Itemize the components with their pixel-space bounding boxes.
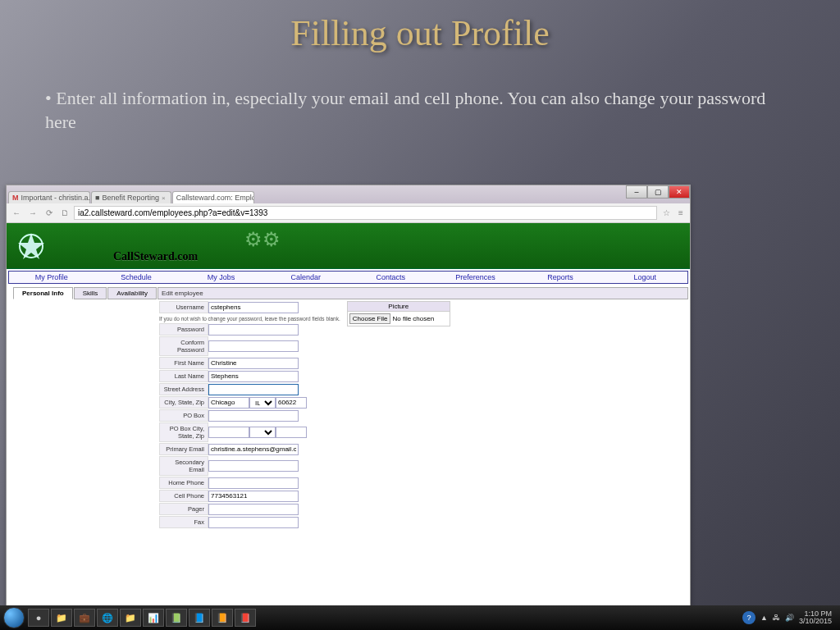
tray-expand-icon[interactable]: ▲ xyxy=(760,614,768,622)
password-hint: If you do not wish to change your passwo… xyxy=(159,314,340,323)
system-tray: ? ▲ 🖧 🔊 1:10 PM3/10/2015 xyxy=(742,610,837,625)
logo-star-icon xyxy=(15,230,48,262)
menu-contacts[interactable]: Contacts xyxy=(349,272,433,283)
star-icon[interactable]: ☆ xyxy=(660,208,672,217)
conform-password-label: Conform Password xyxy=(159,336,208,356)
slide-title: Filling out Profile xyxy=(0,0,840,54)
street-label: Street Address xyxy=(159,383,208,395)
fax-label: Fax xyxy=(159,516,208,528)
pobox-field[interactable] xyxy=(208,410,299,422)
username-label: Username xyxy=(159,301,208,313)
taskbar-app[interactable]: 📗 xyxy=(166,609,187,627)
menu-preferences[interactable]: Preferences xyxy=(433,272,518,283)
window-controls: – ▢ ✕ xyxy=(626,185,690,199)
username-field[interactable] xyxy=(208,302,299,313)
browser-window: – ▢ ✕ MImportant - christin.a.st..× ■Ben… xyxy=(6,185,691,606)
last-name-field[interactable] xyxy=(208,371,299,382)
menu-my-profile[interactable]: My Profile xyxy=(9,272,94,283)
menu-schedule[interactable]: Schedule xyxy=(94,272,178,283)
po-city-field[interactable] xyxy=(208,427,249,438)
url-input[interactable] xyxy=(74,206,657,220)
page-icon: 🗋 xyxy=(59,208,71,217)
gears-icon: ⚙⚙ xyxy=(244,228,281,251)
slide-bullet: Enter all information in, especially you… xyxy=(0,54,840,142)
forward-button[interactable]: → xyxy=(26,208,39,217)
back-button[interactable]: ← xyxy=(10,208,23,217)
password-field[interactable] xyxy=(208,324,299,336)
home-label: Home Phone xyxy=(159,477,208,489)
zip-field[interactable] xyxy=(276,397,307,409)
conform-password-field[interactable] xyxy=(208,340,299,352)
last-name-label: Last Name xyxy=(159,370,208,382)
form-column: Username If you do not wish to change yo… xyxy=(159,301,340,529)
tab-benefit[interactable]: ■Benefit Reporting× xyxy=(91,191,171,203)
site-name: CallSteward.com xyxy=(113,250,198,263)
section-header: Edit employee xyxy=(158,287,688,299)
address-bar: ← → ⟳ 🗋 ☆ ≡ xyxy=(7,203,690,223)
help-icon[interactable]: ? xyxy=(742,611,756,624)
taskbar-app[interactable]: ● xyxy=(28,609,49,627)
volume-icon[interactable]: 🔊 xyxy=(785,614,794,622)
picture-header: Picture xyxy=(348,302,450,312)
first-name-field[interactable] xyxy=(208,358,299,369)
pager-field[interactable] xyxy=(208,504,299,515)
form-area: Username If you do not wish to change yo… xyxy=(7,299,690,531)
picture-box: Picture Choose FileNo file chosen xyxy=(347,301,450,326)
maximize-button[interactable]: ▢ xyxy=(647,185,669,199)
taskbar-app[interactable]: 📊 xyxy=(143,609,164,627)
site-banner: ⚙⚙ CallSteward.com xyxy=(7,223,690,269)
start-button[interactable] xyxy=(3,607,25,628)
main-menu: My Profile Schedule My Jobs Calendar Con… xyxy=(8,271,688,284)
browser-tabs: MImportant - christin.a.st..× ■Benefit R… xyxy=(7,185,690,203)
po-state-select[interactable] xyxy=(249,427,276,438)
tab-availability[interactable]: Availability xyxy=(107,287,157,299)
city-field[interactable] xyxy=(208,397,249,409)
taskbar-app[interactable]: 💼 xyxy=(74,609,95,627)
state-select[interactable]: IL xyxy=(249,397,276,409)
menu-icon[interactable]: ≡ xyxy=(675,208,687,217)
taskbar-app[interactable]: 📙 xyxy=(212,609,233,627)
semail-label: Secondary Email xyxy=(159,456,208,476)
home-phone-field[interactable] xyxy=(208,477,299,489)
password-label: Password xyxy=(159,323,208,336)
cell-label: Cell Phone xyxy=(159,490,208,502)
po-zip-field[interactable] xyxy=(276,427,307,438)
pobox-label: PO Box xyxy=(159,409,208,422)
cell-phone-field[interactable] xyxy=(208,491,299,502)
fax-field[interactable] xyxy=(208,517,299,528)
choose-file-button[interactable]: Choose File xyxy=(349,313,391,324)
taskbar-apps: ● 📁 💼 🌐 📁 📊 📗 📘 📙 📕 xyxy=(28,609,256,627)
close-button[interactable]: ✕ xyxy=(669,185,690,199)
menu-reports[interactable]: Reports xyxy=(518,272,602,283)
tab-skills[interactable]: Skills xyxy=(74,287,107,299)
first-name-label: First Name xyxy=(159,357,208,369)
taskbar: ● 📁 💼 🌐 📁 📊 📗 📘 📙 📕 ? ▲ 🖧 🔊 1:10 PM3/10/… xyxy=(0,605,840,630)
menu-my-jobs[interactable]: My Jobs xyxy=(179,272,263,283)
primary-email-field[interactable] xyxy=(208,444,299,455)
minimize-button[interactable]: – xyxy=(626,185,647,199)
tab-personal-info[interactable]: Personal Info xyxy=(13,287,73,299)
taskbar-app[interactable]: 📁 xyxy=(51,609,72,627)
reload-button[interactable]: ⟳ xyxy=(43,208,56,217)
menu-calendar[interactable]: Calendar xyxy=(263,272,348,283)
pocsz-label: PO Box City, State, Zip xyxy=(159,422,208,442)
tab-callsteward[interactable]: Callsteward.com: Employ× xyxy=(172,191,254,203)
pemail-label: Primary Email xyxy=(159,443,208,455)
taskbar-app[interactable]: 📁 xyxy=(120,609,141,627)
network-icon[interactable]: 🖧 xyxy=(773,614,780,622)
sub-tabs: Personal Info Skills Availability Edit e… xyxy=(13,287,688,299)
pager-label: Pager xyxy=(159,503,208,515)
menu-logout[interactable]: Logout xyxy=(603,272,687,283)
street-field[interactable] xyxy=(208,384,299,395)
taskbar-app[interactable]: 📘 xyxy=(189,609,210,627)
tab-gmail[interactable]: MImportant - christin.a.st..× xyxy=(8,191,90,203)
csz-label: City, State, Zip xyxy=(159,396,208,409)
close-icon[interactable]: × xyxy=(162,194,166,202)
secondary-email-field[interactable] xyxy=(208,460,299,472)
file-status: No file chosen xyxy=(392,315,434,322)
taskbar-app[interactable]: 📕 xyxy=(235,609,256,627)
taskbar-app[interactable]: 🌐 xyxy=(97,609,118,627)
clock[interactable]: 1:10 PM3/10/2015 xyxy=(799,610,832,625)
